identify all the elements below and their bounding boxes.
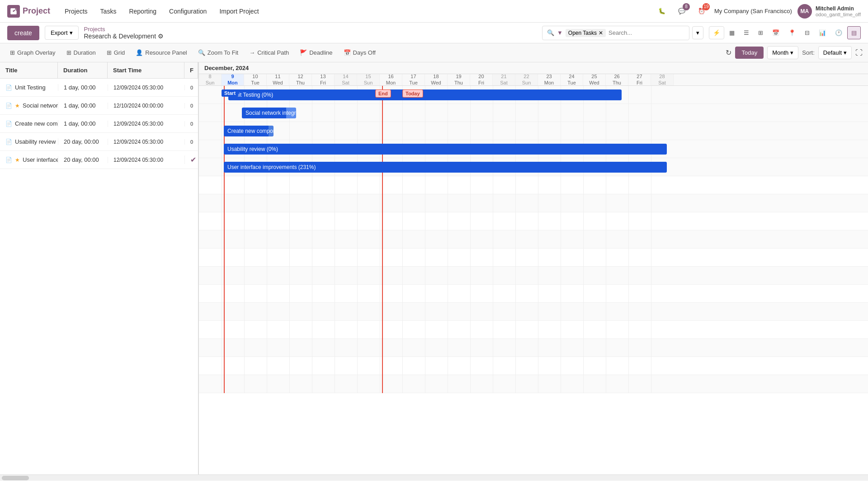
user-details: Mitchell Admin odoo_gantt_time_off: [816, 5, 861, 17]
search-input[interactable]: [609, 29, 684, 36]
critical-path-btn[interactable]: → Critical Path: [245, 47, 293, 59]
deadline-label: Deadline: [309, 49, 332, 56]
export-label: Export: [51, 29, 68, 36]
person-icon: 👤: [136, 49, 143, 56]
empty-row: [199, 285, 868, 303]
task-row[interactable]: 📄 ★ Social network integrat 1 day, 00:00…: [0, 97, 198, 115]
view-list-btn[interactable]: ☰: [740, 26, 753, 39]
start-time-header: Start Time: [108, 62, 184, 78]
nav-import[interactable]: Import Project: [214, 5, 264, 18]
day-header-18: 18Wed: [425, 74, 448, 85]
days-off-btn[interactable]: 📅 Days Off: [339, 47, 380, 59]
user-info[interactable]: MA Mitchell Admin odoo_gantt_time_off: [797, 4, 861, 19]
gantt-rows-container: Start End Today Unit Testing (0%) Social…: [199, 86, 868, 393]
empty-row: [199, 339, 868, 357]
task-f-cell: 0: [184, 103, 198, 108]
gantt-bar-4[interactable]: Usability review (0%): [224, 144, 667, 155]
task-duration-cell: 20 day, 00:00: [58, 138, 108, 145]
scrollbar-thumb: [2, 476, 29, 480]
zoom-to-fit-label: Zoom To Fit: [208, 49, 238, 56]
view-chart-btn[interactable]: 📊: [815, 26, 830, 39]
fullscreen-btn[interactable]: ⛶: [855, 49, 863, 57]
star-icon[interactable]: ★: [15, 103, 20, 109]
view-kanban-btn[interactable]: ▦: [725, 26, 739, 39]
day-header-24: 24Tue: [561, 74, 583, 85]
task-title: Unit Testing: [15, 84, 46, 91]
app-logo[interactable]: Project: [7, 5, 50, 18]
empty-row: [199, 212, 868, 230]
sort-default-label: Default: [823, 49, 842, 56]
nav-projects[interactable]: Projects: [59, 5, 93, 18]
filter-settings-btn[interactable]: ⚡: [709, 26, 724, 39]
view-calendar-btn[interactable]: 📅: [768, 26, 783, 39]
nav-reporting[interactable]: Reporting: [123, 5, 162, 18]
sort-btn[interactable]: Default ▾: [818, 46, 852, 59]
duration-header: Duration: [58, 62, 108, 78]
day-header-14: 14Sat: [335, 74, 357, 85]
task-row[interactable]: 📄 Usability review 20 day, 00:00 12/09/2…: [0, 133, 198, 151]
view-gantt-btn[interactable]: ▤: [847, 26, 861, 39]
deadline-btn[interactable]: 🚩 Deadline: [295, 47, 337, 59]
duration-label: Duration: [74, 49, 96, 56]
bug-icon: 🐛: [658, 8, 665, 14]
gantt-bar-1[interactable]: Unit Testing (0%): [228, 89, 622, 100]
task-row[interactable]: 📄 Create new components 1 day, 00:00 12/…: [0, 115, 198, 133]
gantt-row-5[interactable]: User interface improvements (231%): [199, 158, 868, 176]
view-grid2-btn[interactable]: ⊟: [801, 26, 814, 39]
view-map-btn[interactable]: 📍: [784, 26, 800, 39]
task-title: User interface improve: [23, 156, 58, 163]
chat-icon-btn[interactable]: 💬 8: [675, 4, 689, 19]
clock-icon-btn[interactable]: ⏰ 19: [694, 4, 709, 19]
settings-icon[interactable]: ⚙: [158, 33, 164, 40]
main-nav: Projects Tasks Reporting Configuration I…: [59, 5, 264, 18]
bug-icon-btn[interactable]: 🐛: [655, 4, 669, 19]
bar-label-3: Create new components (90%): [227, 128, 274, 134]
table-icon: ⊞: [66, 49, 71, 56]
day-header-19: 19Thu: [448, 74, 470, 85]
duration-btn[interactable]: ⊞ Duration: [62, 47, 100, 59]
resource-panel-btn[interactable]: 👤 Resource Panel: [131, 47, 192, 59]
create-button[interactable]: create: [7, 26, 39, 40]
filter-tag[interactable]: Open Tasks ✕: [566, 29, 606, 37]
bottom-scrollbar[interactable]: [0, 474, 868, 481]
breadcrumb-parent[interactable]: Projects: [84, 26, 164, 33]
refresh-btn[interactable]: ↻: [726, 48, 731, 57]
filter-close-icon[interactable]: ✕: [599, 30, 603, 36]
gantt-month-header: December, 2024: [199, 62, 868, 74]
grid-btn[interactable]: ⊞ Grid: [102, 47, 130, 59]
zoom-to-fit-btn[interactable]: 🔍 Zoom To Fit: [193, 47, 243, 59]
grid-label: Grid: [114, 49, 125, 56]
search-dropdown-btn[interactable]: ▾: [692, 26, 703, 39]
task-start-cell: 12/09/2024 05:30:00: [108, 121, 184, 127]
day-header-15: 15Sun: [357, 74, 380, 85]
day-header-20: 20Fri: [470, 74, 493, 85]
message-badge: 8: [683, 3, 690, 10]
export-chevron-icon: ▾: [70, 29, 73, 36]
gantt-row-1[interactable]: Start End Today Unit Testing (0%): [199, 86, 868, 104]
breadcrumb-current: Research & Development ⚙: [84, 33, 164, 40]
graph-overlay-btn[interactable]: ⊞ Graph Overlay: [5, 47, 60, 59]
day-header-28: 28Sat: [651, 74, 674, 85]
empty-row: [199, 249, 868, 267]
today-btn[interactable]: Today: [735, 47, 764, 59]
month-btn[interactable]: Month ▾: [767, 46, 798, 59]
nav-configuration[interactable]: Configuration: [164, 5, 212, 18]
gantt-bar-3[interactable]: Create new components (90%): [224, 126, 274, 136]
star-icon[interactable]: ★: [15, 157, 20, 163]
task-row[interactable]: 📄 ★ User interface improve 20 day, 00:00…: [0, 151, 198, 169]
gantt-row-3[interactable]: Create new components (90%): [199, 122, 868, 140]
nav-tasks[interactable]: Tasks: [95, 5, 122, 18]
gantt-bar-5[interactable]: User interface improvements (231%): [224, 162, 667, 173]
task-row[interactable]: 📄 Unit Testing 1 day, 00:00 12/09/2024 0…: [0, 79, 198, 97]
task-title-cell: 📄 ★ Social network integrat: [0, 102, 58, 109]
empty-row: [199, 375, 868, 393]
gantt-row-2[interactable]: Social network integration (82%): [199, 104, 868, 122]
view-clock-btn[interactable]: 🕐: [831, 26, 846, 39]
gantt-bar-2[interactable]: Social network integration (82%): [242, 108, 296, 118]
empty-row: [199, 357, 868, 375]
task-title-cell: 📄 Usability review: [0, 138, 58, 145]
view-table-btn[interactable]: ⊞: [754, 26, 767, 39]
export-button[interactable]: Export ▾: [45, 26, 79, 40]
gantt-row-4[interactable]: Usability review (0%): [199, 140, 868, 158]
deadline-icon: 🚩: [300, 49, 307, 56]
